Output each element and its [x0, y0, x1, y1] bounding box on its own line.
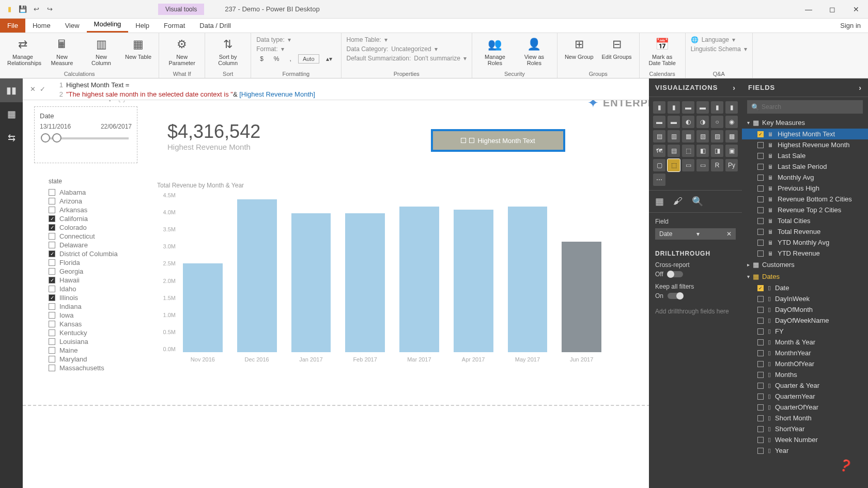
chip-remove-icon[interactable]: ✕ [726, 230, 732, 238]
vis-type-icon[interactable]: ◉ [725, 116, 738, 128]
state-row[interactable]: Maryland [49, 355, 136, 364]
maximize-icon[interactable]: ◻ [820, 0, 844, 19]
vis-type-icon[interactable]: ▬ [668, 116, 680, 128]
state-row[interactable]: Iowa [49, 311, 136, 320]
state-row[interactable]: Kentucky [49, 328, 136, 337]
field-item[interactable]: ▯Year [742, 445, 868, 456]
state-row[interactable]: Massachusetts [49, 364, 136, 372]
slicer-handle-right[interactable] [52, 133, 61, 143]
report-canvas[interactable]: ⟳ FILTERS ✦ ENTERPRISE DNA ▼ ⛶ ⋯ Date 13… [23, 100, 722, 488]
table-key-measures[interactable]: ▾▦Key Measures [742, 117, 868, 129]
field-item[interactable]: 🖩YTD Monthly Avg [742, 237, 868, 248]
checkbox-icon[interactable]: ✓ [49, 215, 55, 222]
analytics-well-icon[interactable]: 🔍 [692, 196, 703, 207]
auto-format-button[interactable]: Auto [298, 54, 319, 64]
field-checkbox[interactable] [757, 350, 764, 356]
bar[interactable] [399, 207, 439, 352]
cross-report-toggle[interactable]: Off [655, 271, 736, 278]
edit-groups-button[interactable]: ⊟Edit Groups [600, 35, 634, 61]
manage-roles-button[interactable]: 👥Manage Roles [477, 35, 513, 67]
vis-type-icon[interactable]: ▥ [668, 130, 680, 143]
field-checkbox[interactable] [757, 229, 764, 235]
field-item[interactable]: ▯DayOfWeekName [742, 315, 868, 326]
checkbox-icon[interactable]: ✓ [49, 277, 55, 284]
vis-type-icon[interactable]: ⬚ [682, 145, 694, 157]
manage-relationships-button[interactable]: ⇄Manage Relationships [5, 35, 40, 67]
vis-type-icon[interactable]: ◨ [711, 145, 723, 157]
field-item[interactable]: ▯DayOfMonth [742, 304, 868, 315]
field-checkbox[interactable] [757, 307, 764, 313]
field-checkbox[interactable] [757, 383, 764, 389]
close-icon[interactable]: ✕ [844, 0, 868, 19]
decimal-stepper[interactable]: ▴▾ [322, 54, 336, 64]
state-row[interactable]: ✓Colorado [49, 223, 136, 232]
bar[interactable] [183, 263, 223, 352]
checkbox-icon[interactable] [49, 259, 55, 266]
state-row[interactable]: ✓District of Columbia [49, 249, 136, 258]
field-checkbox[interactable] [757, 185, 764, 192]
field-item[interactable]: 🖩Total Cities [742, 215, 868, 226]
field-checkbox[interactable] [757, 153, 764, 159]
field-checkbox[interactable] [757, 448, 764, 454]
help-icon[interactable]: ❓ [836, 457, 854, 475]
vis-type-icon[interactable]: ▧ [696, 130, 709, 143]
field-checkbox[interactable] [757, 142, 764, 148]
linguistic-schema-button[interactable]: Linguistic Schema [691, 45, 741, 53]
kpi-card[interactable]: $4,316,542 Highest Revenue Month [167, 121, 260, 151]
state-row[interactable]: Delaware [49, 241, 136, 249]
vis-type-icon[interactable]: ◑ [696, 116, 709, 128]
state-row[interactable]: Florida [49, 258, 136, 267]
slicer-from-date[interactable]: 13/11/2016 [40, 123, 71, 130]
field-item[interactable]: ▯Short Month [742, 413, 868, 423]
state-row[interactable]: Maine [49, 346, 136, 355]
field-item[interactable]: ▯Month & Year [742, 337, 868, 348]
vis-type-icon[interactable]: ⋯ [653, 174, 665, 186]
report-view-icon[interactable]: ▮▮ [0, 78, 23, 102]
checkbox-icon[interactable] [49, 329, 55, 336]
vis-type-icon[interactable]: ▤ [653, 130, 665, 143]
slicer-track[interactable] [43, 137, 129, 139]
checkbox-icon[interactable] [49, 303, 55, 310]
selected-card-visual[interactable]: Highest Month Text [431, 129, 565, 152]
format-well-icon[interactable]: 🖌 [673, 196, 683, 207]
slicer-filter-icon[interactable]: ▼ [106, 100, 113, 103]
vis-type-icon[interactable]: ▣ [725, 145, 738, 157]
vis-type-icon[interactable]: ▬ [696, 101, 709, 114]
bar[interactable] [291, 213, 331, 352]
field-item[interactable]: 🖩Total Revenue [742, 226, 868, 237]
field-item[interactable]: ▯DayInWeek [742, 293, 868, 304]
tab-file[interactable]: File [0, 19, 25, 33]
date-slicer-visual[interactable]: ▼ ⛶ ⋯ Date 13/11/2016 22/06/2017 [34, 106, 137, 163]
state-row[interactable]: ✓Illinois [49, 293, 136, 302]
visualizations-header[interactable]: VISUALIZATIONS› [649, 78, 742, 97]
field-item[interactable]: 🖩Last Sale [742, 150, 868, 161]
mark-date-table-button[interactable]: 📅Mark as Date Table [645, 35, 680, 67]
field-checkbox[interactable] [757, 207, 764, 213]
field-item[interactable]: ✓▯Date [742, 282, 868, 293]
state-row[interactable]: ✓California [49, 214, 136, 223]
tab-format[interactable]: Format [157, 19, 192, 33]
vis-type-icon[interactable]: ▭ [682, 159, 694, 171]
vis-type-icon[interactable]: ▬ [682, 101, 694, 114]
state-row[interactable]: Kansas [49, 320, 136, 328]
chevron-right-icon[interactable]: › [733, 84, 736, 92]
vis-type-icon[interactable]: ▨ [711, 130, 723, 143]
vis-type-icon[interactable]: ▬ [653, 116, 665, 128]
field-checkbox[interactable] [757, 361, 764, 367]
view-as-roles-button[interactable]: 👤View as Roles [517, 35, 552, 67]
field-item[interactable]: ▯MonthnYear [742, 348, 868, 358]
thousands-icon[interactable]: , [286, 54, 295, 64]
field-item[interactable]: ▯ShortYear [742, 423, 868, 434]
signin-link[interactable]: Sign in [833, 19, 868, 33]
field-checkbox[interactable] [757, 164, 764, 170]
commit-formula-icon[interactable]: ✓ [40, 85, 45, 93]
field-item[interactable]: ▯QuarterOfYear [742, 402, 868, 413]
redo-icon[interactable]: ↪ [44, 4, 55, 14]
tab-modeling[interactable]: Modeling [87, 17, 129, 33]
checkbox-icon[interactable] [49, 365, 55, 371]
field-checkbox[interactable] [757, 250, 764, 257]
field-checkbox[interactable] [757, 296, 764, 302]
slicer-handle-left[interactable] [41, 133, 50, 143]
drillthrough-placeholder[interactable]: Add drillthrough fields here [655, 305, 736, 318]
field-checkbox[interactable] [757, 175, 764, 181]
